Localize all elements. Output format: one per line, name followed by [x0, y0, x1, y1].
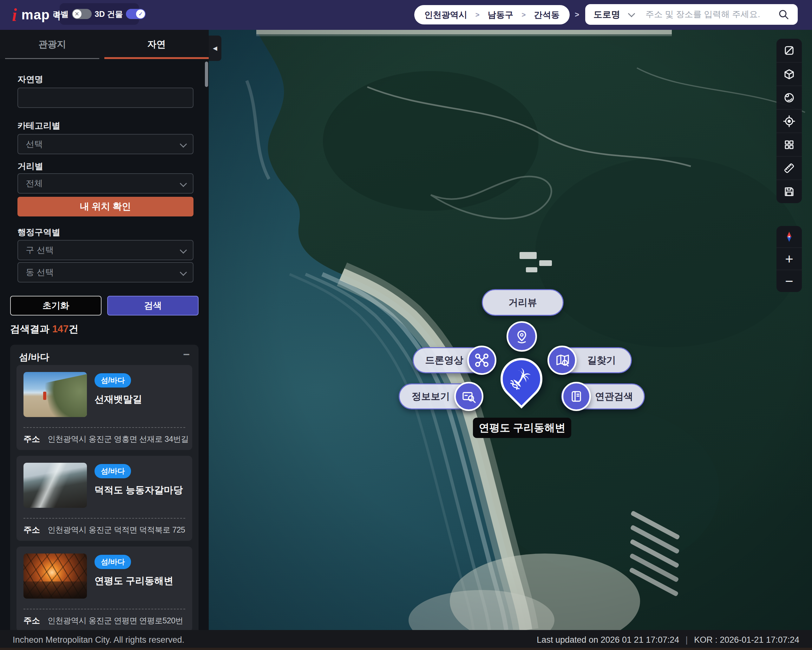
breadcrumb-expand-icon[interactable]: > — [575, 10, 579, 19]
section-collapse-button[interactable]: − — [183, 348, 190, 361]
category-badge: 섬/바다 — [95, 373, 131, 387]
category-select[interactable]: 선택 — [17, 134, 194, 154]
globe-icon — [783, 92, 795, 104]
list-item[interactable]: 섬/바다 선재뱃말길 주소 인천광역시 옹진군 영흥면 선재로 34번길 — [17, 365, 192, 450]
compass-needle-icon — [783, 230, 795, 243]
results-count: 147 — [52, 323, 69, 335]
top-bar: i map 투어지도 라벨 ✕ 3D 건물 ✓ 인천광역시 > 남동구 > 간석… — [0, 0, 812, 30]
list-item[interactable]: 섬/바다 연평도 구리동해변 주소 인천광역시 옹진군 연평면 연평로520번 — [17, 546, 192, 630]
location-pin-button[interactable] — [507, 321, 537, 352]
zoom-in-button[interactable]: + — [777, 248, 802, 270]
address-text: 인천광역시 옹진군 덕적면 덕적북로 725 — [47, 525, 185, 535]
thumbnail-sea-shape — [23, 581, 87, 599]
tab-label: 관광지 — [38, 38, 66, 51]
chevron-down-icon — [180, 180, 187, 187]
map-canvas[interactable]: 거리뷰 드론영상 길찾기 — [209, 30, 812, 630]
street-view-button[interactable]: 거리뷰 — [482, 289, 564, 316]
category-badge: 섬/바다 — [95, 555, 131, 569]
chevron-down-icon — [180, 269, 187, 276]
3d-buildings-toggle[interactable]: ✓ — [126, 9, 146, 19]
label-toggle-text: 라벨 — [53, 9, 69, 19]
dong-select-value: 동 선택 — [26, 267, 54, 278]
copyright-text: Incheon Metropolitan City. All rights re… — [13, 635, 184, 645]
gps-target-button[interactable] — [777, 109, 802, 133]
nature-name-label: 자연명 — [17, 73, 43, 85]
breadcrumb-item-gu[interactable]: 남동구 — [488, 9, 514, 21]
search-input[interactable] — [645, 9, 778, 20]
drone-icon-button[interactable] — [467, 346, 496, 375]
info-view-label: 정보보기 — [412, 390, 450, 403]
district-label: 행정구역별 — [17, 226, 60, 238]
app-root: i map 투어지도 라벨 ✕ 3D 건물 ✓ 인천광역시 > 남동구 > 간석… — [0, 0, 812, 650]
reset-button[interactable]: 초기화 — [10, 296, 102, 315]
document-list-icon — [569, 389, 584, 404]
3d-buildings-toggle-text: 3D 건물 — [95, 9, 123, 19]
address-label: 주소 — [23, 615, 40, 626]
compass-button[interactable] — [777, 226, 802, 248]
folded-map-icon — [554, 352, 570, 368]
thumbnail-statue-shape — [43, 392, 46, 400]
tab-nature[interactable]: 자연 — [104, 30, 209, 59]
address-label: 주소 — [23, 524, 40, 535]
tab-label: 자연 — [148, 38, 166, 51]
search-icon[interactable] — [778, 9, 789, 20]
search-category-dropdown[interactable]: 도로명 — [594, 9, 620, 21]
place-thumbnail — [23, 554, 87, 599]
sidebar-scrollbar[interactable] — [205, 61, 208, 87]
kor-time-text: KOR : 2026-01-21 17:07:24 — [694, 635, 799, 645]
address-text: 인천광역시 옹진군 연평면 연평로520번 — [47, 615, 183, 626]
ruler-button[interactable] — [777, 156, 802, 180]
x-icon: ✕ — [73, 9, 81, 18]
cube-3d-button[interactable] — [777, 62, 802, 86]
map-zoom-panel: + − — [777, 226, 802, 292]
breadcrumb-item-dong[interactable]: 간석동 — [534, 9, 560, 21]
dong-select[interactable]: 동 선택 — [17, 262, 194, 283]
chevron-down-icon — [628, 10, 635, 17]
place-thumbnail — [23, 463, 87, 508]
gu-select[interactable]: 구 선택 — [17, 240, 194, 260]
address-text: 인천광역시 옹진군 영흥면 선재로 34번길 — [47, 434, 189, 444]
results-prefix: 검색결과 — [10, 323, 49, 335]
map-marker-pin[interactable] — [501, 358, 542, 400]
results-suffix: 건 — [69, 323, 78, 335]
logo-map-text: map — [21, 7, 50, 23]
sidebar-collapse-button[interactable]: ◀ — [209, 35, 221, 61]
nature-name-input[interactable] — [17, 87, 194, 108]
last-updated-text: Last updated on 2026 01 21 17:07:24 — [537, 635, 679, 645]
list-item[interactable]: 섬/바다 덕적도 능동자갈마당 주소 인천광역시 옹진군 덕적면 덕적북로 72… — [17, 456, 192, 541]
image-area-button[interactable] — [777, 39, 802, 62]
tab-underline-active — [104, 57, 209, 59]
divider — [23, 518, 185, 518]
grid-layout-button[interactable] — [777, 133, 802, 156]
my-location-button[interactable]: 내 위치 확인 — [17, 197, 194, 216]
street-view-label: 거리뷰 — [508, 296, 537, 309]
tab-underline — [5, 58, 99, 59]
globe-button[interactable] — [777, 86, 802, 109]
category-badge: 섬/바다 — [95, 464, 131, 478]
sidebar-panel: 관광지 자연 자연명 카테고리별 선택 거리별 전체 내 위치 확인 행정구역별… — [0, 30, 209, 630]
tab-tourist-spots[interactable]: 관광지 — [0, 30, 104, 59]
related-icon-button[interactable] — [562, 382, 591, 411]
chevron-right-icon: > — [475, 11, 479, 19]
place-thumbnail — [23, 372, 87, 417]
distance-select[interactable]: 전체 — [17, 173, 194, 194]
logo-i-icon: i — [12, 0, 17, 30]
directions-icon-button[interactable] — [548, 346, 577, 375]
map-tools-panel — [777, 39, 802, 203]
gu-select-value: 구 선택 — [26, 245, 54, 256]
chevron-down-icon — [180, 141, 187, 148]
drone-video-label: 드론영상 — [425, 354, 463, 367]
info-icon-button[interactable] — [454, 382, 483, 411]
place-title: 연평도 구리동해변 — [95, 575, 173, 587]
category-select-value: 선택 — [26, 138, 43, 150]
gps-target-icon — [783, 115, 795, 128]
ruler-icon — [783, 162, 795, 174]
zoom-out-button[interactable]: − — [777, 270, 802, 292]
label-toggle[interactable]: ✕ — [72, 9, 92, 19]
chevron-right-icon: > — [522, 11, 526, 19]
thumbnail-hill-shape — [44, 373, 87, 417]
breadcrumb-item-city[interactable]: 인천광역시 — [424, 9, 467, 21]
save-button[interactable] — [777, 180, 802, 203]
distance-select-value: 전체 — [26, 178, 43, 189]
search-button[interactable]: 검색 — [107, 296, 198, 315]
